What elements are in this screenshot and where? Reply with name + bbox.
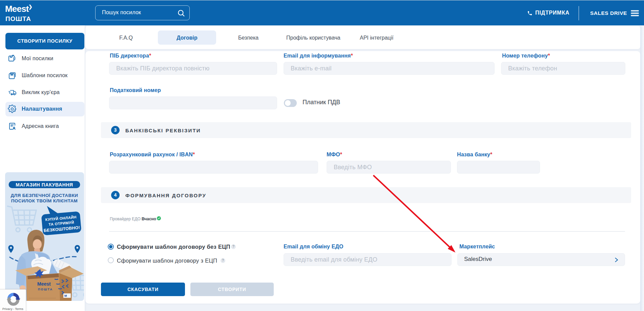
svg-text:ДЛЯ БЕЗПЕЧНОЇ ДОСТАВКИ: ДЛЯ БЕЗПЕЧНОЇ ДОСТАВКИ [11, 193, 78, 198]
svg-text:ПОСИЛОК ТВОЇМ КЛІЄНТАМ: ПОСИЛОК ТВОЇМ КЛІЄНТАМ [11, 198, 78, 203]
svg-text:M: M [64, 294, 67, 297]
svg-text:Meest: Meest [37, 281, 51, 287]
svg-text:МАГАЗИН ПАКУВАННЯ: МАГАЗИН ПАКУВАННЯ [16, 182, 73, 187]
svg-text:ПОШТА: ПОШТА [38, 288, 53, 291]
